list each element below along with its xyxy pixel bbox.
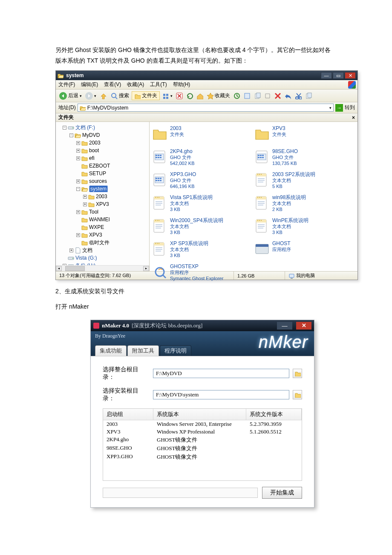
- forward-button[interactable]: ▾: [84, 92, 97, 100]
- file-item[interactable]: XP SP3系统说明文本文档3 KB: [151, 240, 254, 263]
- nmaker-logo: nMker: [259, 331, 308, 353]
- menu-edit[interactable]: 编辑(E): [81, 81, 98, 88]
- systems-table[interactable]: 启动组 系统版本 系统文件版本 2003Windows Server 2003,…: [103, 408, 302, 481]
- label-root-dir: 选择整合根目录：: [103, 366, 150, 381]
- address-path: F:\MyDVD\system: [87, 105, 129, 111]
- folder-tree[interactable]: −文档 (F:) −MyDVD ▸2003 ▸boot ▸efi EZBOOT …: [56, 122, 150, 271]
- file-list[interactable]: 2003文件夹 XPV3文件夹 2KP4.ghoGHO 文件542,002 KB…: [150, 122, 357, 271]
- file-item[interactable]: XPP3.GHOGHO 文件646,196 KB: [151, 171, 254, 194]
- th-filever[interactable]: 系统文件版本: [246, 409, 302, 420]
- delete-x-icon[interactable]: [274, 92, 282, 99]
- go-label: 转到: [345, 104, 355, 111]
- cut-icon[interactable]: [294, 92, 303, 99]
- tab-integrate[interactable]: 集成功能: [95, 345, 127, 356]
- nmaker-title: nMaker 4.0: [102, 322, 129, 329]
- go-button[interactable]: →: [335, 104, 343, 112]
- file-item[interactable]: 2003文件夹: [151, 124, 254, 147]
- browse-root-button[interactable]: [293, 369, 302, 378]
- up-button[interactable]: [99, 92, 108, 100]
- refresh-icon[interactable]: [185, 92, 194, 99]
- status-location: 我的电脑: [296, 272, 315, 279]
- address-dropdown-icon[interactable]: ▾: [329, 106, 331, 110]
- label-install-dir: 选择安装根目录：: [103, 387, 150, 402]
- file-item[interactable]: 98SE.GHOGHO 文件130,735 KB: [254, 147, 356, 171]
- window-title: system: [66, 72, 321, 78]
- menu-view[interactable]: 查看(V): [104, 81, 121, 88]
- toolbar-icon-b[interactable]: [253, 92, 262, 99]
- status-size: 1.26 GB: [234, 272, 285, 280]
- file-item[interactable]: 2003 SP2系统说明文本文档5 KB: [254, 171, 356, 194]
- tree-node-system[interactable]: −system: [57, 185, 148, 193]
- intro-p3: 打开 nMaker: [55, 301, 337, 312]
- favorites-button[interactable]: 收藏夹: [206, 92, 231, 99]
- explorer-titlebar[interactable]: system — ▭ ✕: [56, 71, 357, 80]
- nmaker-minimize-button[interactable]: —: [277, 322, 292, 330]
- folder-icon: [58, 72, 63, 78]
- tab-about[interactable]: 程序说明: [160, 345, 191, 356]
- delete-icon[interactable]: [175, 92, 184, 99]
- home-icon[interactable]: [196, 92, 204, 99]
- back-button[interactable]: 后退▾: [58, 92, 83, 100]
- table-row[interactable]: 2KP4.ghoGHOST镜像文件: [103, 436, 302, 444]
- menu-file[interactable]: 文件(F): [58, 81, 75, 88]
- copy-icon[interactable]: [304, 92, 313, 99]
- address-bar: 地址(D) F:\MyDVD\system ▾ → 转到: [56, 102, 357, 113]
- nmaker-subtitle: [深度技术论坛 bbs.deepin.org]: [132, 322, 202, 330]
- status-items: 13 个对象(可用磁盘空间: 7.62 GB): [56, 272, 234, 280]
- file-item[interactable]: Vista SP1系统说明文本文档3 KB: [151, 194, 254, 217]
- tab-addon[interactable]: 附加工具: [127, 345, 159, 356]
- intro-p2: 2、生成系统安装引导文件: [55, 286, 337, 297]
- close-button[interactable]: ✕: [345, 72, 356, 79]
- tree-h-scrollbar[interactable]: ◂▸: [56, 265, 149, 271]
- start-integrate-button[interactable]: 开始集成: [262, 487, 302, 499]
- nmaker-window: nMaker 4.0 [深度技术论坛 bbs.deepin.org] — ✕ B…: [90, 320, 314, 508]
- menu-bar: 文件(F) 编辑(E) 查看(V) 收藏(A) 工具(T) 帮助(H): [56, 80, 357, 90]
- folders-pane-title: 文件夹 ×: [56, 113, 357, 122]
- menu-tools[interactable]: 工具(T): [150, 81, 167, 88]
- folders-button[interactable]: 文件夹: [132, 91, 160, 100]
- table-row[interactable]: 98SE.GHOGHOST镜像文件: [103, 444, 302, 453]
- toolbar: 后退▾ ▾ 搜索 文件夹 ▾ 收藏夹: [56, 90, 357, 102]
- toolbar-icon-a[interactable]: [243, 92, 251, 99]
- minimize-button[interactable]: —: [321, 72, 332, 79]
- table-row[interactable]: XPP3.GHOGHOST镜像文件: [103, 453, 302, 461]
- nmaker-close-button[interactable]: ✕: [296, 322, 311, 330]
- table-row[interactable]: XPV3Windows XP Professional5.1.2600.5512: [103, 428, 302, 436]
- table-row[interactable]: 2003Windows Server 2003, Enterprise5.2.3…: [103, 420, 302, 428]
- svg-rect-37: [93, 323, 99, 329]
- file-item[interactable]: 2KP4.ghoGHO 文件542,002 KB: [151, 147, 254, 171]
- file-item[interactable]: Win2000_SP4系统说明文本文档3 KB: [151, 217, 254, 240]
- svg-rect-35: [245, 93, 250, 98]
- status-box: [103, 488, 258, 498]
- toolbar-icon-c[interactable]: [263, 92, 272, 99]
- views-button[interactable]: ▾: [161, 92, 173, 99]
- input-install-dir[interactable]: F:\MyDVD\system: [153, 390, 289, 399]
- status-bar: 13 个对象(可用磁盘空间: 7.62 GB) 1.26 GB 我的电脑: [56, 271, 357, 280]
- explorer-window: system — ▭ ✕ 文件(F) 编辑(E) 查看(V) 收藏(A) 工具(…: [55, 70, 358, 280]
- file-item[interactable]: win98系统说明文本文档2 KB: [254, 194, 356, 217]
- history-icon[interactable]: [233, 92, 241, 99]
- address-input[interactable]: F:\MyDVD\system ▾: [78, 104, 334, 112]
- nmaker-titlebar[interactable]: nMaker 4.0 [深度技术论坛 bbs.deepin.org] — ✕: [91, 320, 314, 331]
- windows-flag-icon: [348, 81, 356, 89]
- address-label: 地址(D): [58, 104, 76, 111]
- maximize-button[interactable]: ▭: [333, 72, 344, 79]
- menu-favorites[interactable]: 收藏(A): [127, 81, 144, 88]
- input-root-dir[interactable]: F:\MyDVD: [153, 369, 289, 378]
- nmaker-app-icon: [93, 323, 99, 329]
- nmaker-header-band: By DraognYee nMker 集成功能 附加工具 程序说明: [91, 331, 314, 356]
- folders-pane-close-icon[interactable]: ×: [352, 115, 355, 121]
- undo-icon[interactable]: [284, 92, 292, 99]
- file-item[interactable]: GHOST应用程序: [254, 240, 356, 263]
- th-group[interactable]: 启动组: [103, 409, 153, 420]
- search-button[interactable]: 搜索: [110, 92, 130, 99]
- th-version[interactable]: 系统版本: [153, 409, 246, 420]
- file-item[interactable]: WinPE系统说明文本文档3 KB: [254, 217, 356, 240]
- file-item[interactable]: XPV3文件夹: [254, 124, 356, 147]
- intro-p1: 另外把 Ghost 安装版的 GHO 镜像文件也提取放在这里（名称也要改成 4 …: [55, 45, 337, 66]
- browse-install-button[interactable]: [293, 390, 302, 399]
- menu-help[interactable]: 帮助(H): [173, 81, 190, 88]
